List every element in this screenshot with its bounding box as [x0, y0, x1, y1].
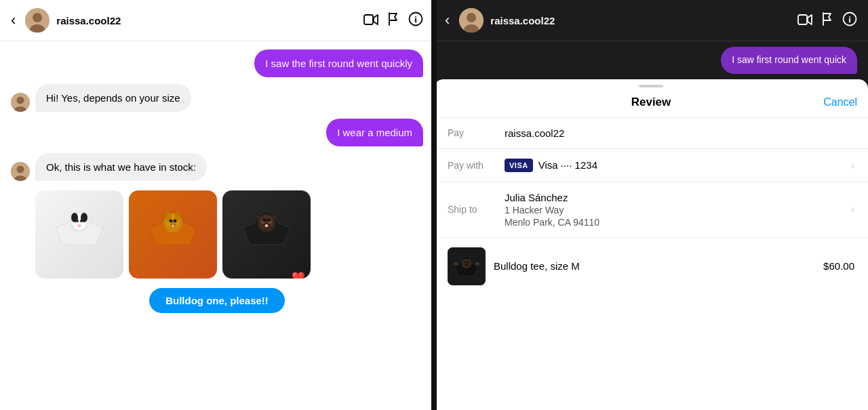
sheet-handle	[639, 85, 663, 87]
partial-sent-bubble: I saw first round went quick	[721, 47, 857, 74]
svg-point-46	[465, 264, 469, 266]
review-sheet: Review Cancel Pay raissa.cool22 Pay with…	[434, 79, 868, 410]
right-header: ‹ raissa.cool22	[434, 0, 868, 41]
pay-with-label: Pay with	[448, 160, 496, 171]
pay-row: Pay raissa.cool22	[434, 117, 868, 148]
avatar	[25, 8, 50, 33]
svg-point-27	[172, 225, 174, 227]
video-icon[interactable]	[363, 13, 378, 28]
svg-point-10	[17, 166, 24, 173]
svg-point-45	[467, 261, 469, 263]
pay-with-row[interactable]: Pay with VISA Visa ···· 1234 ›	[434, 148, 868, 182]
flag-icon[interactable]	[388, 12, 399, 29]
product-thumb-orange[interactable]	[129, 190, 217, 279]
address-line2: 1 Hacker Way	[505, 205, 843, 216]
back-button[interactable]: ‹	[11, 12, 16, 29]
right-avatar	[459, 8, 484, 33]
svg-point-44	[465, 261, 467, 263]
ship-to-address: Julia Sánchez 1 Hacker Way Menlo Park, C…	[505, 192, 843, 228]
svg-point-19	[77, 224, 81, 227]
chat-area: I saw the first round went quickly Hi! Y…	[0, 41, 434, 410]
svg-point-24	[170, 220, 173, 223]
pay-with-value: VISA Visa ···· 1234	[505, 159, 843, 172]
svg-point-1	[33, 13, 42, 22]
sheet-header: Review Cancel	[434, 90, 868, 117]
sent-bubble-1: I saw the first round went quickly	[254, 49, 423, 77]
visa-badge: VISA	[505, 159, 533, 172]
right-header-icons: i	[797, 12, 857, 30]
message-row: I saw the first round went quickly	[11, 49, 423, 77]
product-thumb-black[interactable]: ❤️	[222, 190, 311, 279]
avatar-small	[11, 93, 30, 112]
pay-with-chevron: ›	[851, 159, 854, 171]
username-label: raissa.cool22	[56, 15, 357, 26]
right-info-icon[interactable]: i	[842, 12, 857, 30]
ship-to-chevron: ›	[851, 203, 854, 216]
svg-point-17	[76, 220, 79, 222]
right-flag-icon[interactable]	[822, 12, 833, 29]
info-icon[interactable]: i	[408, 12, 423, 30]
message-row: I wear a medium	[11, 119, 423, 146]
product-price: $60.00	[823, 260, 854, 272]
product-thumb-white[interactable]	[35, 190, 123, 279]
sent-bubble-2: I wear a medium	[326, 119, 423, 146]
avatar-small-2	[11, 162, 30, 181]
svg-text:i: i	[414, 14, 417, 24]
product-name: Bulldog tee, size M	[494, 260, 580, 272]
right-video-icon[interactable]	[797, 13, 812, 28]
header-icons: i	[363, 12, 423, 30]
product-review-row: Bulldog tee, size M $60.00	[434, 237, 868, 295]
sheet-cancel-button[interactable]: Cancel	[823, 96, 857, 108]
received-bubble-1: Hi! Yes, depends on your size	[35, 84, 191, 112]
partial-message-row: I saw first round went quick	[434, 41, 868, 74]
svg-point-34	[261, 221, 265, 224]
message-row: Hi! Yes, depends on your size	[11, 84, 423, 112]
address-line1: Julia Sánchez	[505, 192, 843, 203]
sheet-title: Review	[631, 96, 671, 109]
ship-to-label: Ship to	[448, 204, 496, 215]
pay-value: raissa.cool22	[505, 127, 854, 139]
left-phone: ‹ raissa.cool22	[0, 0, 434, 410]
svg-point-47	[475, 262, 479, 265]
svg-rect-39	[798, 15, 807, 24]
heart-reaction: ❤️	[292, 271, 305, 279]
svg-point-35	[268, 221, 272, 224]
right-phone: ‹ raissa.cool22	[434, 0, 868, 410]
right-back-button[interactable]: ‹	[445, 12, 450, 29]
pay-label: Pay	[448, 127, 496, 138]
cta-button[interactable]: Bulldog one, please!!	[149, 288, 285, 313]
card-value: Visa ···· 1234	[538, 159, 843, 171]
svg-point-25	[174, 220, 177, 223]
address-line3: Menlo Park, CA 94110	[505, 217, 843, 228]
message-row: Ok, this is what we have in stock:	[11, 153, 423, 181]
svg-rect-3	[364, 15, 373, 24]
right-username-label: raissa.cool22	[490, 15, 791, 26]
left-header: ‹ raissa.cool22	[0, 0, 434, 41]
product-thumb-sm	[448, 247, 486, 285]
ship-to-row[interactable]: Ship to Julia Sánchez 1 Hacker Way Menlo…	[434, 182, 868, 237]
svg-point-18	[80, 220, 83, 222]
svg-point-48	[454, 262, 458, 265]
svg-text:i: i	[848, 14, 851, 24]
phone-divider	[431, 0, 437, 410]
svg-point-33	[265, 224, 269, 227]
received-bubble-2: Ok, this is what we have in stock:	[35, 153, 207, 181]
product-info: Bulldog tee, size M $60.00	[494, 260, 854, 272]
products-row: ❤️	[35, 190, 423, 279]
svg-point-37	[467, 13, 476, 22]
svg-point-7	[17, 97, 24, 104]
